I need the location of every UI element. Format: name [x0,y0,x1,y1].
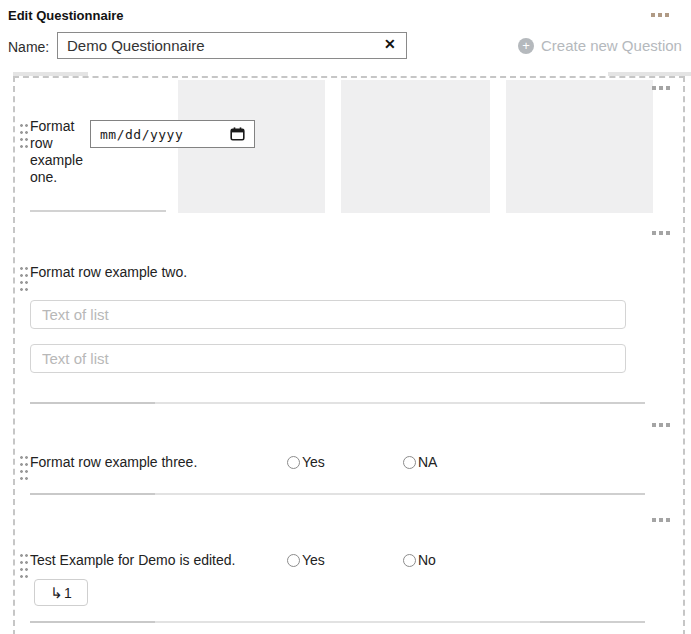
radio-circle-icon [403,456,416,469]
branch-arrow-icon: ↳ [50,585,63,600]
radio-option-yes[interactable]: Yes [287,552,325,568]
radio-option-label: Yes [302,454,325,470]
question-card-3: Format row example three. Yes NA [15,410,683,505]
create-new-question-button[interactable]: + Create new Question [518,37,682,54]
calendar-icon[interactable] [230,127,245,141]
date-placeholder: mm/dd/yyyy [100,127,183,142]
question-card-2: Format row example two. [15,225,683,410]
radio-circle-icon [287,554,300,567]
question-text: Format row example two. [30,264,187,281]
list-text-input[interactable] [30,300,626,329]
drag-handle-icon[interactable] [19,122,29,150]
drag-handle-icon[interactable] [19,552,29,580]
drag-handle-icon[interactable] [19,265,29,293]
row-divider [30,402,645,404]
radio-circle-icon [287,456,300,469]
answer-placeholder-block [506,80,653,213]
row-divider [30,493,645,495]
drag-handle-icon[interactable] [19,454,29,482]
question-list-container: Format row example one. mm/dd/yyyy Forma… [13,76,685,634]
question-more-icon[interactable] [652,518,670,522]
name-label: Name: [8,39,49,55]
clear-name-icon[interactable]: ✕ [384,37,396,51]
question-card-4: Test Example for Demo is edited. Yes No … [15,505,683,634]
question-text: Test Example for Demo is edited. [30,552,235,569]
answer-placeholder-block [341,80,490,213]
page-title: Edit Questionnaire [8,8,124,23]
header-more-icon[interactable] [651,13,669,17]
branch-count-label: 1 [64,585,72,601]
branch-count-button[interactable]: ↳ 1 [34,579,88,606]
radio-option-no[interactable]: No [403,552,436,568]
radio-option-yes[interactable]: Yes [287,454,325,470]
question-text: Format row example three. [30,454,197,471]
radio-option-label: No [418,552,436,568]
row-divider [30,621,645,623]
create-new-question-label: Create new Question [541,37,682,54]
question-card-1: Format row example one. mm/dd/yyyy [15,78,683,225]
radio-option-na[interactable]: NA [403,454,437,470]
questionnaire-name-input[interactable] [57,32,407,59]
date-input[interactable]: mm/dd/yyyy [90,120,255,148]
plus-circle-icon: + [518,38,534,54]
radio-option-label: Yes [302,552,325,568]
question-more-icon[interactable] [652,231,670,235]
list-text-input[interactable] [30,344,626,373]
question-more-icon[interactable] [652,423,670,427]
radio-circle-icon [403,554,416,567]
radio-option-label: NA [418,454,437,470]
question-more-icon[interactable] [652,86,670,90]
